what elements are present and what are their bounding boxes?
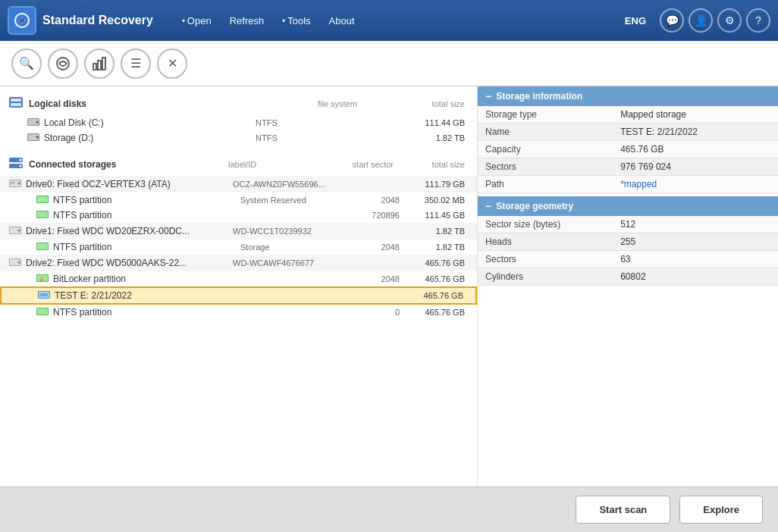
drive2-test-e-size: 465.76 GB: [398, 291, 466, 300]
storage-geometry-collapse[interactable]: −: [485, 200, 491, 212]
search-button[interactable]: 🔍: [11, 49, 42, 79]
drive2-bitlocker[interactable]: 🔒 BitLocker partition 2048 465.76 GB: [0, 271, 477, 286]
nav-tools[interactable]: ▾ Tools: [274, 11, 318, 31]
drive0-size: 111.79 GB: [400, 180, 468, 189]
drive0-header[interactable]: Drive0: Fixed OCZ-VERTEX3 (ATA) OCZ-AWNZ…: [0, 176, 477, 192]
drive2-ntfs1-size: 465.76 GB: [400, 308, 468, 317]
drive2-name: Drive2: Fixed WDC WD5000AAKS-22...: [26, 258, 233, 268]
drive1-ntfs1-size: 1.82 TB: [400, 243, 468, 252]
storage-capacity-val: 465.76 GB: [613, 141, 778, 158]
drive2-test-e[interactable]: TEST E: 2/21/2022 465.76 GB: [0, 286, 477, 305]
list-button[interactable]: ☰: [121, 49, 151, 79]
drive2-bitlocker-size: 465.76 GB: [400, 274, 468, 283]
connected-storages-header: Connected storages label/ID start sector…: [0, 153, 477, 176]
storage-geometry-title: Storage geometry: [496, 201, 573, 211]
drive0-ntfs1-sector: 2048: [339, 196, 400, 205]
drive0-ntfs1-name: NTFS partition: [53, 195, 240, 205]
drive0-icon: [9, 179, 21, 190]
left-panel: Logical disks file system total size Loc…: [0, 86, 478, 487]
svg-rect-23: [11, 183, 14, 184]
storage-sectors-key: Sectors: [478, 158, 613, 176]
drive1-ntfs1-label: Storage: [240, 243, 339, 252]
drive1-header[interactable]: Drive1: Fixed WDC WD20EZRX-00DC... WD-WC…: [0, 223, 477, 239]
drive1-size: 1.82 TB: [400, 227, 468, 236]
local-disk-c-fs: NTFS: [256, 118, 331, 127]
chart-button[interactable]: [84, 49, 115, 79]
drive2-ntfs1-sector: 0: [339, 308, 400, 317]
nav-tools-arrow: ▾: [282, 17, 285, 24]
storage-info-title: Storage information: [496, 91, 582, 102]
language-selector[interactable]: ENG: [625, 15, 646, 27]
drive2-test-e-icon: [38, 289, 50, 302]
storage-path-row: Path *mapped: [478, 176, 778, 193]
drive0-ntfs1-icon: [36, 194, 49, 206]
svg-point-21: [18, 182, 20, 184]
drive0-ntfs1[interactable]: NTFS partition System Reserved 2048 350.…: [0, 192, 477, 208]
drive0-ntfs2-icon: [36, 209, 49, 221]
start-scan-button[interactable]: Start scan: [576, 496, 670, 524]
chat-icon-button[interactable]: 💬: [660, 8, 684, 33]
drive1-ntfs1[interactable]: NTFS partition Storage 2048 1.82 TB: [0, 239, 477, 255]
heads-key: Heads: [478, 233, 613, 251]
main-content: Logical disks file system total size Loc…: [0, 86, 778, 487]
drive1-label: WD-WCC1T0239932: [233, 227, 339, 236]
drive2-header[interactable]: Drive2: Fixed WDC WD5000AAKS-22... WD-WC…: [0, 255, 477, 271]
explore-button[interactable]: Explore: [679, 496, 763, 524]
local-disk-c[interactable]: Local Disk (C:) NTFS 111.44 GB: [0, 115, 477, 130]
drive2-ntfs1-icon: [36, 306, 49, 318]
nav-about[interactable]: About: [322, 11, 362, 31]
cylinders-val: 60802: [613, 268, 778, 286]
storage-type-row: Storage type Mapped storage: [478, 106, 778, 124]
storage-info-header: − Storage information: [478, 86, 778, 106]
svg-point-14: [36, 136, 39, 139]
drive1-ntfs1-sector: 2048: [339, 243, 400, 252]
geo-sectors-key: Sectors: [478, 251, 613, 268]
drive2-bitlocker-icon: 🔒: [36, 273, 49, 285]
logical-disks-label: Logical disks: [29, 99, 86, 109]
nav-open[interactable]: ▾ Open: [174, 11, 219, 31]
storage-d-fs: NTFS: [256, 133, 331, 142]
nav-refresh[interactable]: Refresh: [222, 11, 272, 31]
storage-d[interactable]: Storage (D:) NTFS 1.82 TB: [0, 130, 477, 146]
svg-rect-22: [11, 182, 15, 183]
drive1-ntfs1-name: NTFS partition: [53, 242, 240, 252]
storage-name-val: TEST E: 2/21/2022: [613, 124, 778, 141]
drive2-bitlocker-name: BitLocker partition: [53, 274, 240, 284]
header: Standard Recovery ▾ Open Refresh ▾ Tools…: [0, 0, 778, 41]
user-icon-button[interactable]: 👤: [689, 8, 713, 33]
svg-text:🔒: 🔒: [39, 276, 45, 282]
close-button[interactable]: ✕: [157, 49, 187, 79]
drive1-ntfs1-icon: [36, 241, 49, 253]
logical-disks-header: Logical disks file system total size: [0, 92, 477, 115]
storage-geometry-header: − Storage geometry: [478, 196, 778, 216]
drive2-test-e-name: TEST E: 2/21/2022: [55, 290, 239, 301]
storage-d-size: 1.82 TB: [400, 133, 468, 142]
storage-type-val: Mapped storage: [613, 106, 778, 124]
geo-sectors-val: 63: [613, 251, 778, 268]
sector-size-val: 512: [613, 216, 778, 233]
storage-path-val: *mapped: [613, 176, 778, 193]
svg-rect-25: [37, 196, 48, 202]
settings-icon-button[interactable]: ⚙: [717, 8, 742, 33]
svg-point-35: [18, 261, 20, 263]
nav-menu: ▾ Open Refresh ▾ Tools About: [174, 11, 362, 31]
drive2-size: 465.76 GB: [400, 258, 468, 268]
drive0-ntfs2[interactable]: NTFS partition 720896 111.45 GB: [0, 208, 477, 223]
svg-rect-41: [40, 293, 48, 296]
svg-point-1: [20, 18, 24, 23]
toolbar: 🔍 ☰ ✕: [0, 41, 778, 86]
cylinders-row: Cylinders 60802: [478, 268, 778, 286]
drive2-ntfs1-name: NTFS partition: [53, 307, 240, 318]
logo: Standard Recovery: [8, 6, 153, 35]
scan-button[interactable]: [48, 49, 78, 79]
drive2-label: WD-WCAWF4676677: [233, 258, 339, 268]
drive0-ntfs1-label: System Reserved: [240, 196, 339, 205]
mapped-link[interactable]: *mapped: [620, 179, 657, 189]
cylinders-key: Cylinders: [478, 268, 613, 286]
drive2-ntfs1[interactable]: NTFS partition 0 465.76 GB: [0, 305, 477, 320]
storage-sectors-val: 976 769 024: [613, 158, 778, 176]
storage-info-collapse[interactable]: −: [485, 90, 491, 102]
help-icon-button[interactable]: ?: [746, 8, 770, 33]
total-size-col-header: total size: [400, 160, 468, 169]
drive1-name: Drive1: Fixed WDC WD20EZRX-00DC...: [26, 226, 233, 236]
